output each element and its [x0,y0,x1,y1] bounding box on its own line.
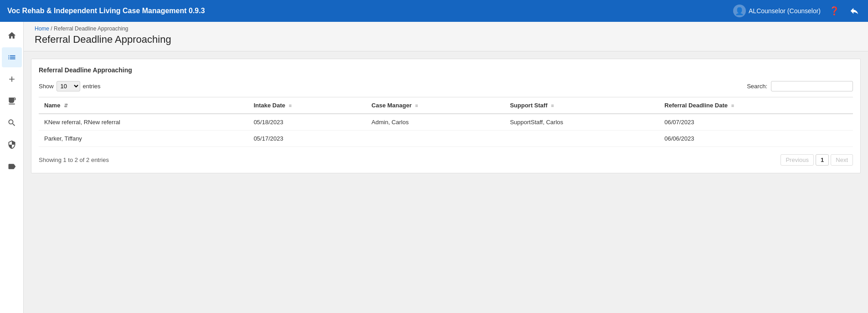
table-controls: Show 10 25 50 100 entries Search: [39,81,853,91]
sidebar-item-add[interactable] [2,69,22,89]
user-avatar-icon: 👤 [733,5,746,17]
sidebar-item-security[interactable] [2,135,22,155]
search-label: Search: [747,83,767,90]
sort-icon-name: ⇵ [64,103,68,109]
pagination-controls: Previous 1 Next [781,154,853,166]
breadcrumb-current: Referral Deadline Approaching [54,25,128,32]
cell-support_staff-1 [504,131,659,147]
sidebar-item-reports[interactable] [2,156,22,177]
sort-icon-case-manager: ≡ [415,103,418,108]
sidebar-item-dashboard[interactable] [2,47,22,67]
header-right: 👤 ALCounselor (Counselor) ❓ [733,5,861,17]
main-content: Home / Referral Deadline Approaching Ref… [24,22,868,313]
pagination-next[interactable]: Next [831,154,853,166]
show-entries: Show 10 25 50 100 entries [39,81,101,91]
breadcrumb-separator: / [51,25,52,32]
sort-icon-intake-date: ≡ [289,103,292,108]
page-header: Home / Referral Deadline Approaching Ref… [24,22,868,51]
col-name[interactable]: Name ⇵ [39,97,248,114]
entries-label: entries [83,83,101,90]
sort-icon-referral-deadline: ≡ [731,103,734,108]
breadcrumb: Home / Referral Deadline Approaching [35,25,857,32]
cell-name-1: Parker, Tiffany [39,131,248,147]
data-table: Name ⇵ Intake Date ≡ Case Manager ≡ Su [39,97,853,147]
breadcrumb-home[interactable]: Home [35,25,49,32]
cell-name-0: KNew referral, RNew referral [39,114,248,131]
top-header: Voc Rehab & Independent Living Case Mana… [0,0,868,22]
sort-icon-support-staff: ≡ [551,103,554,108]
cell-intake_date-0: 05/18/2023 [248,114,366,131]
page-title: Referral Deadline Approaching [35,34,857,45]
sidebar-item-search[interactable] [2,113,22,133]
table-container: Referral Deadline Approaching Show 10 25… [31,59,861,173]
col-case-manager[interactable]: Case Manager ≡ [366,97,504,114]
table-header-row: Name ⇵ Intake Date ≡ Case Manager ≡ Su [39,97,853,114]
col-support-staff[interactable]: Support Staff ≡ [504,97,659,114]
col-referral-deadline-date[interactable]: Referral Deadline Date ≡ [659,97,853,114]
layout: Home / Referral Deadline Approaching Ref… [0,22,868,313]
table-row[interactable]: KNew referral, RNew referral05/18/2023Ad… [39,114,853,131]
sidebar-item-home[interactable] [2,25,22,45]
sidebar [0,22,24,313]
pagination-previous[interactable]: Previous [781,154,814,166]
section-title: Referral Deadline Approaching [39,66,853,74]
pagination-page-1[interactable]: 1 [816,154,829,166]
cell-case_manager-0: Admin, Carlos [366,114,504,131]
entries-select[interactable]: 10 25 50 100 [56,81,80,91]
user-info[interactable]: 👤 ALCounselor (Counselor) [733,5,821,17]
show-label: Show [39,83,54,90]
app-title: Voc Rehab & Independent Living Case Mana… [7,7,205,15]
cell-support_staff-0: SupportStaff, Carlos [504,114,659,131]
cell-case_manager-1 [366,131,504,147]
col-intake-date[interactable]: Intake Date ≡ [248,97,366,114]
cell-referral_deadline_date-0: 06/07/2023 [659,114,853,131]
pagination: Showing 1 to 2 of 2 entries Previous 1 N… [39,154,853,166]
search-input[interactable] [771,81,853,91]
table-row[interactable]: Parker, Tiffany05/17/202306/06/2023 [39,131,853,147]
search-bar: Search: [747,81,853,91]
user-label: ALCounselor (Counselor) [749,7,821,15]
cell-referral_deadline_date-1: 06/06/2023 [659,131,853,147]
help-icon[interactable]: ❓ [828,5,841,17]
pagination-info: Showing 1 to 2 of 2 entries [39,156,109,163]
cell-intake_date-1: 05/17/2023 [248,131,366,147]
logout-icon[interactable] [848,5,861,17]
sidebar-item-monitor[interactable] [2,91,22,111]
